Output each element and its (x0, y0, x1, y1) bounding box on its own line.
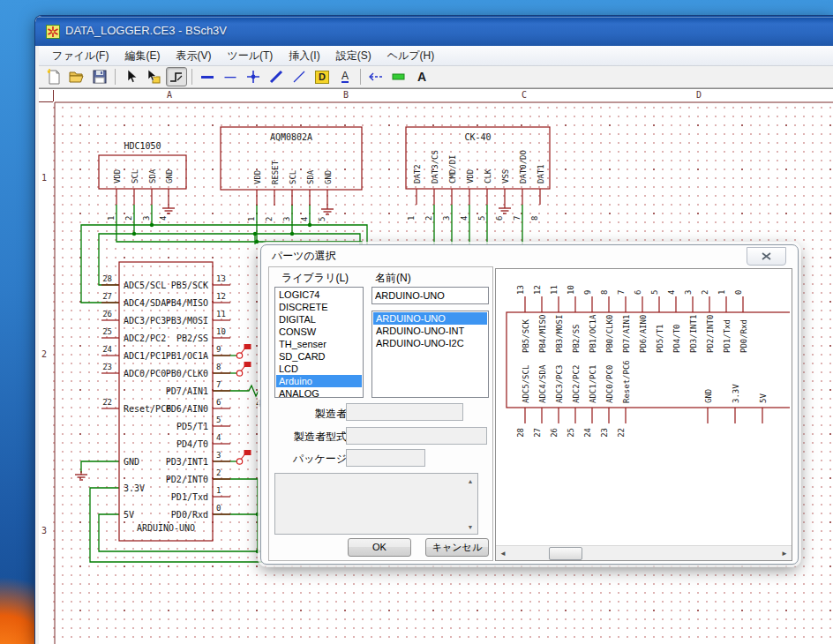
thin-diagonal-tool-button[interactable] (289, 67, 310, 86)
menu-item-3[interactable]: ツール(T) (219, 46, 281, 66)
part-name-list[interactable]: ARDUINO-UNOARDUINO-UNO-INTARDUINO-UNO-I2… (371, 311, 489, 398)
ruler-corner (39, 90, 53, 102)
svg-text:1: 1 (717, 290, 726, 295)
library-item[interactable]: SD_CARD (276, 350, 362, 363)
scroll-up-icon[interactable]: ▲ (465, 476, 476, 486)
package-input[interactable] (346, 449, 425, 467)
svg-text:26: 26 (550, 428, 559, 438)
library-list[interactable]: LOGIC74DISCRETEDIGITALCONSWTH_senserSD_C… (274, 287, 364, 398)
svg-text:PD5/T1: PD5/T1 (656, 324, 664, 353)
scroll-left-icon[interactable]: ◄ (496, 546, 510, 560)
library-item[interactable]: TH_senser (276, 338, 362, 350)
svg-text:ADC4/SDA: ADC4/SDA (538, 364, 547, 403)
svg-text:5V: 5V (759, 393, 768, 403)
bold-text-tool-button[interactable]: A (411, 67, 432, 86)
color-bar-button[interactable] (388, 67, 409, 86)
package-label: パッケージ (293, 452, 347, 467)
ruler-row-3: 3 (41, 526, 47, 535)
ruler-column-A: A (167, 90, 172, 100)
ruler-top: ABCD (53, 90, 833, 102)
svg-text:2: 2 (701, 290, 709, 295)
select-tool-button[interactable] (120, 67, 141, 86)
svg-text:GND: GND (704, 389, 713, 403)
svg-text:PD3/INT1: PD3/INT1 (689, 315, 698, 353)
save-button[interactable] (89, 67, 110, 86)
library-item[interactable]: ANALOG (276, 387, 362, 398)
svg-text:PB3/MOSI: PB3/MOSI (555, 315, 564, 353)
open-file-button[interactable] (66, 67, 87, 86)
svg-text:12: 12 (533, 285, 542, 295)
svg-text:10: 10 (567, 285, 575, 295)
select-tool-icon (122, 68, 139, 86)
text-tool-button[interactable]: A (334, 67, 356, 86)
library-item[interactable]: LCD (276, 363, 362, 375)
model-label: 製造者型式 (294, 430, 347, 445)
ok-button[interactable]: OK (348, 538, 411, 557)
close-icon (762, 252, 771, 260)
scroll-down-icon[interactable]: ▼ (465, 521, 476, 532)
part-preview-pane[interactable]: 13PB5/SCK12PB4/MISO11PB3/MOSI10PB2/SS9PB… (495, 268, 792, 561)
svg-text:23: 23 (600, 428, 609, 438)
svg-text:PD0/Rxd: PD0/Rxd (739, 319, 748, 353)
library-item[interactable]: CONSW (276, 326, 362, 338)
block-move-tool-button[interactable] (143, 67, 164, 86)
text-tool-icon: A (341, 71, 349, 83)
thick-line-tool-button[interactable] (197, 67, 218, 86)
svg-text:PD6/AIN0: PD6/AIN0 (639, 315, 648, 353)
ruler-column-D: D (696, 90, 702, 100)
ruler-row-2: 2 (41, 349, 47, 359)
label-tool-button[interactable]: D (311, 67, 333, 86)
menu-item-1[interactable]: 編集(E) (116, 46, 168, 66)
menu-bar: ファイル(F)編集(E)表示(V)ツール(T)挿入(I)設定(S)ヘルプ(H) (39, 46, 833, 66)
menu-item-0[interactable]: ファイル(F) (44, 46, 116, 66)
title-bar[interactable]: DATA_LOGGER.CE3 - BSch3V (35, 16, 833, 46)
toolbar-separator (115, 69, 116, 85)
library-item[interactable]: LOGIC74 (276, 288, 362, 301)
maker-input[interactable] (346, 403, 463, 421)
part-name-item[interactable]: ARDUINO-UNO (373, 312, 487, 325)
menu-item-4[interactable]: 挿入(I) (281, 46, 327, 66)
svg-text:3: 3 (684, 290, 693, 295)
svg-text:PB1/OC1A: PB1/OC1A (589, 314, 597, 353)
library-item[interactable]: DIGITAL (276, 313, 362, 326)
toolbar-separator (191, 69, 192, 85)
svg-text:3.3V: 3.3V (732, 384, 740, 403)
part-name-item[interactable]: ARDUINO-UNO-INT (373, 325, 487, 337)
thick-diagonal-tool-button[interactable] (266, 67, 287, 86)
library-item[interactable]: DISCRETE (276, 301, 362, 313)
selection-pane: ライブラリ(L) LOGIC74DISCRETEDIGITALCONSWTH_s… (268, 266, 493, 561)
save-icon (91, 68, 109, 86)
svg-text:7: 7 (617, 290, 626, 295)
wire-tool-button[interactable] (166, 67, 187, 86)
junction-tool-button[interactable] (243, 67, 264, 86)
thin-line-tool-icon (221, 68, 239, 86)
svg-text:ADC5/SCL: ADC5/SCL (522, 365, 530, 403)
library-label: ライブラリ(L) (281, 271, 349, 286)
description-box: ▲ ▼ (274, 473, 478, 535)
thin-line-tool-button[interactable] (220, 67, 241, 86)
svg-text:5: 5 (650, 290, 659, 295)
svg-text:24: 24 (583, 428, 592, 438)
scrollbar-thumb[interactable] (549, 547, 582, 560)
dialog-close-button[interactable] (747, 247, 786, 266)
part-name-input[interactable] (371, 287, 489, 304)
model-input[interactable] (346, 427, 487, 445)
menu-item-5[interactable]: 設定(S) (328, 46, 379, 66)
library-item[interactable]: Arduino (276, 375, 362, 387)
svg-text:ADC3/PC3: ADC3/PC3 (555, 365, 564, 403)
cancel-button[interactable]: キャンセル (425, 538, 489, 557)
svg-text:27: 27 (533, 428, 542, 438)
part-name-item[interactable]: ARDUINO-UNO-I2C (373, 337, 487, 349)
dashed-line-tool-button[interactable] (365, 67, 386, 86)
svg-text:PD7/AIN1: PD7/AIN1 (622, 315, 631, 353)
svg-text:PD4/T0: PD4/T0 (672, 324, 681, 353)
desktop: { "window": { "title": "DATA_LOGGER.CE3 … (0, 0, 833, 644)
svg-text:ADC0/PC0: ADC0/PC0 (605, 365, 614, 403)
menu-item-2[interactable]: 表示(V) (168, 46, 219, 66)
new-file-button[interactable] (43, 67, 64, 86)
scroll-right-icon[interactable]: ► (777, 546, 792, 560)
menu-item-6[interactable]: ヘルプ(H) (379, 46, 443, 66)
preview-horizontal-scrollbar[interactable]: ◄ ► (496, 545, 792, 560)
wire-tool-icon (168, 68, 185, 86)
svg-text:4: 4 (667, 290, 676, 295)
